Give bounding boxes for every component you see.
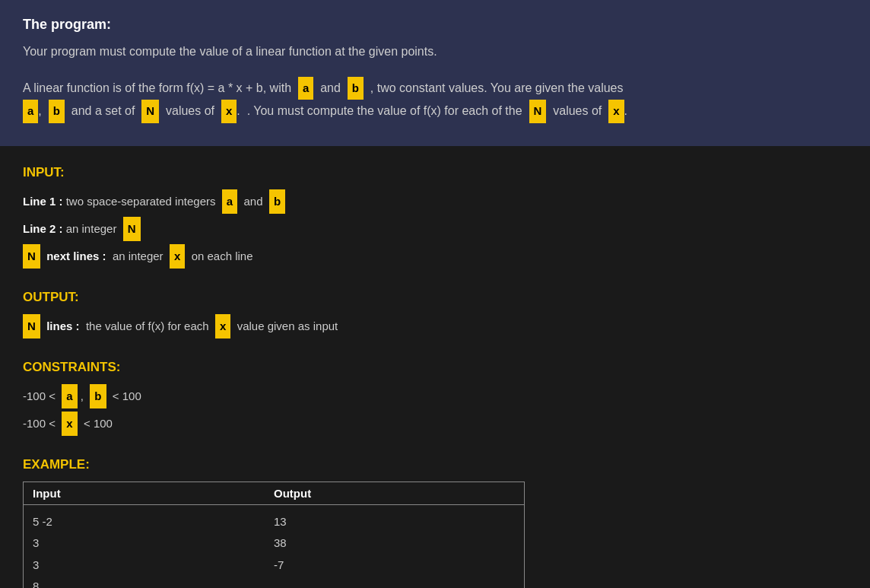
input-line2: Line 2 : an integer N [23, 217, 847, 241]
constraint1-post: < 100 [113, 389, 141, 402]
col-input-header: Input [33, 487, 274, 500]
intro-line: Your program must compute the value of a… [23, 45, 437, 58]
line1-text: two space-separated integers [66, 195, 216, 208]
description-text: A linear function is of the form f(x) = … [23, 77, 847, 123]
constraint-comma: , [81, 389, 84, 402]
highlight-a2: a [23, 100, 38, 123]
highlight-b1: b [348, 77, 364, 100]
input-row-1: 5 -2 [33, 511, 274, 533]
next-lines-label: next lines : [46, 250, 106, 262]
input-section: INPUT: Line 1 : two space-separated inte… [23, 165, 847, 269]
example-output-col: 13 38 -7 [274, 511, 515, 588]
and1-text: and [320, 81, 341, 94]
highlight-constraint-b: b [90, 384, 106, 408]
highlight-next-N: N [23, 244, 40, 269]
input-and: and [244, 195, 263, 208]
line2-text: an integer [66, 222, 117, 235]
line1-label: Line 1 : [23, 195, 63, 208]
highlight-constraint-x: x [62, 412, 77, 436]
on-each-line: on each line [192, 250, 253, 262]
highlight-b2: b [49, 100, 65, 123]
highlight-input-a: a [222, 189, 237, 214]
highlight-N1: N [141, 100, 159, 123]
example-input-col: 5 -2 3 3 8 1 [33, 511, 274, 588]
constraints-title: CONSTRAINTS: [23, 360, 847, 375]
top-section: The program: Your program must compute t… [0, 0, 870, 146]
desc-before-a: A linear function is of the form f(x) = … [23, 81, 291, 94]
example-table-header: Input Output [24, 482, 524, 505]
program-title: The program: [23, 17, 847, 33]
constraint1-pre: -100 < [23, 389, 56, 402]
comma1: , [38, 104, 41, 117]
highlight-next-x: x [170, 244, 185, 269]
output-row-3: -7 [274, 555, 515, 577]
output-lines-label: lines : [46, 319, 79, 332]
constraints-line2: -100 < x < 100 [23, 412, 847, 436]
constraints-section: CONSTRAINTS: -100 < a , b < 100 -100 < x… [23, 360, 847, 436]
desc-after-b: , two constant values. You are given the… [370, 81, 624, 94]
highlight-N2: N [529, 100, 547, 123]
constraint2-pre: -100 < [23, 417, 56, 430]
output-row-1: 13 [274, 511, 515, 533]
example-section: EXAMPLE: Input Output 5 -2 3 3 8 1 13 38… [23, 457, 847, 588]
line2-label: Line 2 : [23, 222, 63, 235]
highlight-x1: x [221, 100, 237, 123]
input-line1: Line 1 : two space-separated integers a … [23, 189, 847, 214]
example-table: Input Output 5 -2 3 3 8 1 13 38 -7 [23, 482, 525, 588]
and-set-of-text: and a set of [71, 104, 135, 117]
constraint2-post: < 100 [84, 417, 113, 430]
input-title: INPUT: [23, 165, 847, 180]
example-table-body: 5 -2 3 3 8 1 13 38 -7 [24, 505, 524, 588]
highlight-a1: a [298, 77, 313, 100]
input-row-4: 8 [33, 576, 274, 588]
highlight-output-x: x [215, 314, 230, 338]
col-output-header: Output [274, 487, 515, 500]
output-lines-text: the value of f(x) for each [86, 319, 209, 332]
period1: . [237, 104, 240, 117]
input-row-2: 3 [33, 532, 274, 555]
output-line: N lines : the value of f(x) for each x v… [23, 314, 847, 338]
values-of1: values of [166, 104, 214, 117]
output-section: OUTPUT: N lines : the value of f(x) for … [23, 290, 847, 338]
next-rest: an integer [113, 250, 164, 262]
bottom-section: INPUT: Line 1 : two space-separated inte… [0, 146, 870, 588]
output-lines-rest: value given as input [237, 319, 338, 332]
period2: . [624, 104, 627, 117]
program-title-text: The program: [23, 17, 111, 32]
desc-mid: . You must compute the value of f(x) for… [247, 104, 522, 117]
output-row-2: 38 [274, 532, 515, 555]
constraints-line1: -100 < a , b < 100 [23, 384, 847, 408]
example-title: EXAMPLE: [23, 457, 847, 472]
values-of2: values of [553, 104, 602, 117]
highlight-constraint-a: a [62, 384, 77, 408]
input-next-lines: N next lines : an integer x on each line [23, 244, 847, 269]
highlight-input-N: N [123, 217, 141, 241]
highlight-input-b: b [269, 189, 285, 214]
output-title: OUTPUT: [23, 290, 847, 305]
highlight-x2: x [608, 100, 624, 123]
input-row-3: 3 [33, 555, 274, 577]
highlight-output-N: N [23, 314, 40, 338]
intro-text: Your program must compute the value of a… [23, 42, 847, 62]
